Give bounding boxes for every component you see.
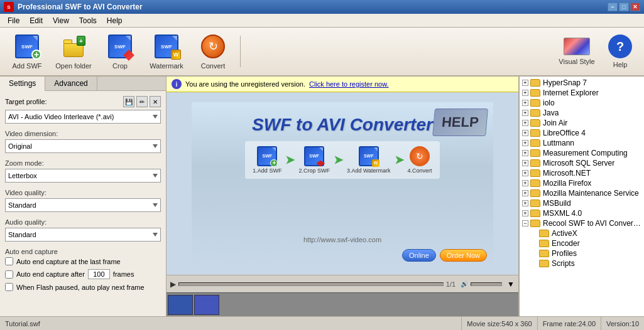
menu-tools[interactable]: Tools: [74, 15, 102, 26]
video-dimension-label: Video dimension:: [5, 130, 161, 137]
tree-expand-icon[interactable]: +: [522, 90, 528, 96]
step-1: SWF + 1.Add SWF: [253, 146, 281, 174]
tree-item[interactable]: +Microsoft SQL Server: [520, 158, 644, 168]
folder-icon: [530, 99, 540, 107]
menu-edit[interactable]: Edit: [25, 15, 48, 26]
zoom-mode-select[interactable]: Letterbox: [5, 169, 161, 183]
step-3-label: 3.Add Watermark: [347, 168, 391, 174]
tree-item[interactable]: +Measurement Computing: [520, 148, 644, 158]
tree-expand-icon[interactable]: +: [522, 130, 528, 136]
checkbox-after-frames[interactable]: [5, 270, 13, 279]
step-4: ↻ 4.Convert: [408, 146, 432, 174]
tree-expand-icon[interactable]: +: [522, 110, 528, 116]
step-4-icon: ↻: [410, 146, 430, 166]
tree-item[interactable]: Encoder: [520, 238, 644, 248]
folder-icon: [530, 129, 540, 137]
video-dimension-select[interactable]: Original: [5, 139, 161, 153]
visual-style-button[interactable]: Visual Style: [555, 30, 599, 73]
tree-expand-icon[interactable]: −: [522, 220, 528, 226]
video-quality-select[interactable]: Standard: [5, 198, 161, 212]
arrow-2: ➤: [334, 153, 343, 167]
tree-item[interactable]: +Java: [520, 108, 644, 118]
tree-item-label: Scripts: [552, 259, 575, 268]
tree-item-label: MSXML 4.0: [543, 209, 582, 218]
checkbox-last-frame-row: Auto end capture at the last frame: [5, 257, 161, 265]
video-quality-row: Video quality: Standard: [5, 189, 161, 212]
online-button[interactable]: Online: [402, 249, 436, 262]
status-version: Version:10: [601, 317, 644, 330]
tree-item[interactable]: Scripts: [520, 258, 644, 269]
tree-item[interactable]: +iolo: [520, 98, 644, 108]
tree-expand-icon[interactable]: +: [522, 160, 528, 166]
tree-item-label: iolo: [543, 98, 555, 107]
order-now-button[interactable]: Order Now: [440, 249, 487, 262]
settings-content: Target profile: 💾 ✏ ✕ AVI - Audio Video …: [0, 91, 166, 316]
tree-item[interactable]: ActiveX: [520, 228, 644, 238]
video-quality-label: Video quality:: [5, 189, 161, 196]
tree-item[interactable]: +Microsoft.NET: [520, 168, 644, 178]
tree-item-label: Mozilla Firefox: [543, 179, 591, 188]
tree-expand-icon[interactable]: +: [522, 180, 528, 186]
checkbox-last-frame[interactable]: [5, 257, 13, 265]
tree-expand-icon[interactable]: +: [522, 120, 528, 126]
play-button[interactable]: ▶: [170, 280, 176, 289]
menu-bar: File Edit View Tools Help: [0, 14, 644, 28]
folder-icon: [530, 169, 540, 177]
scroll-down-icon[interactable]: ▼: [507, 280, 515, 289]
tree-expand-icon[interactable]: +: [522, 140, 528, 146]
frame-info: 1/1: [446, 280, 456, 288]
tree-expand-icon[interactable]: +: [522, 80, 528, 86]
visual-style-icon: [564, 38, 590, 55]
menu-help[interactable]: Help: [102, 15, 128, 26]
maximize-button[interactable]: □: [619, 3, 629, 11]
close-button[interactable]: ✕: [630, 3, 640, 11]
watermark-button[interactable]: SWF W Watermark: [145, 30, 188, 73]
profile-save-icon[interactable]: 💾: [123, 96, 134, 107]
status-movie-size: Movie size:540 x 360: [462, 317, 537, 330]
tree-item[interactable]: +MSXML 4.0: [520, 208, 644, 218]
convert-button[interactable]: ↻ Convert: [191, 30, 235, 73]
crop-button[interactable]: SWF Crop: [98, 30, 142, 73]
tree-expand-icon[interactable]: +: [522, 190, 528, 196]
tree-item[interactable]: +HyperSnap 7: [520, 78, 644, 88]
add-swf-button[interactable]: SWF + Add SWF: [5, 30, 49, 73]
tree-expand-icon[interactable]: +: [522, 200, 528, 206]
step-2-icon: SWF: [304, 146, 324, 166]
register-link[interactable]: Click here to register now.: [309, 80, 389, 88]
tree-item[interactable]: Profiles: [520, 248, 644, 258]
menu-file[interactable]: File: [3, 15, 25, 26]
help-badge: HELP: [432, 109, 488, 136]
minimize-button[interactable]: −: [608, 3, 618, 11]
checkbox-flash-paused[interactable]: [5, 283, 13, 291]
seek-bar[interactable]: [178, 282, 444, 286]
tree-item[interactable]: +MSBuild: [520, 198, 644, 208]
tree-item[interactable]: +Join Air: [520, 118, 644, 128]
tree-expand-icon[interactable]: +: [522, 210, 528, 216]
tree-item[interactable]: +Luttmann: [520, 138, 644, 148]
audio-quality-select[interactable]: Standard: [5, 228, 161, 242]
add-swf-label: Add SWF: [12, 62, 41, 70]
tab-advanced[interactable]: Advanced: [45, 77, 97, 90]
tab-settings[interactable]: Settings: [0, 77, 45, 91]
open-folder-button[interactable]: + Open folder: [52, 30, 96, 73]
target-profile-select[interactable]: AVI - Audio Video Interleave (*.avi): [5, 110, 161, 124]
url-bar: http://www.swf-video.com: [192, 236, 493, 243]
auto-end-capture-header: Auto end capture: [5, 248, 161, 255]
tree-item[interactable]: −Recool SWF to AVI Converter: [520, 218, 644, 228]
frames-input[interactable]: [88, 269, 110, 279]
tree-expand-icon[interactable]: +: [522, 170, 528, 176]
center-panel: i You are using the unregistered version…: [166, 77, 518, 316]
profile-edit-icon[interactable]: ✏: [136, 96, 148, 107]
tree-item[interactable]: +Mozilla Firefox: [520, 178, 644, 188]
profile-delete-icon[interactable]: ✕: [150, 96, 161, 107]
volume-slider[interactable]: [471, 282, 502, 286]
folder-icon: [530, 79, 540, 87]
tree-item[interactable]: +Internet Explorer: [520, 88, 644, 98]
window-controls: − □ ✕: [608, 3, 640, 11]
menu-view[interactable]: View: [48, 15, 74, 26]
tree-item[interactable]: +Mozilla Maintenance Service: [520, 188, 644, 198]
tree-expand-icon[interactable]: +: [522, 100, 528, 106]
tree-expand-icon[interactable]: +: [522, 150, 528, 156]
help-button[interactable]: ? Help: [601, 30, 639, 73]
tree-item[interactable]: +LibreOffice 4: [520, 128, 644, 138]
